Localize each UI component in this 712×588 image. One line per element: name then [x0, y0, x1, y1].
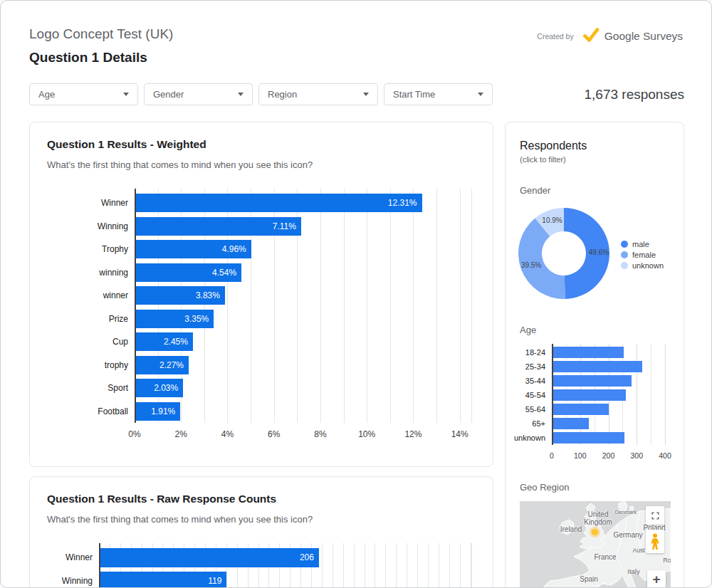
fullscreen-icon — [651, 511, 660, 520]
bar-trophy: 2.27% — [136, 356, 189, 374]
bar-55-64[interactable] — [553, 404, 609, 415]
map-pegman-button[interactable] — [646, 530, 664, 553]
gridline — [665, 344, 666, 445]
filter-bar: AgeGenderRegionStart Time 1,673 response… — [29, 83, 684, 105]
filter-dropdowns: AgeGenderRegionStart Time — [29, 83, 498, 105]
legend-item-male[interactable]: male — [621, 238, 664, 249]
bar-value-label: 7.11% — [273, 217, 296, 236]
x-axis-tick: 0% — [128, 429, 140, 439]
filter-label: Age — [38, 89, 55, 100]
x-axis-tick: 8% — [314, 429, 326, 439]
geo-region-map[interactable]: United KingdomIrelandDenmarkGermanyPolan… — [520, 501, 671, 588]
bar-65+[interactable] — [553, 418, 589, 429]
gender-section-label: Gender — [520, 185, 669, 196]
created-by-label: Created by — [537, 32, 573, 41]
map-label-spain: Spain — [580, 575, 598, 583]
donut-slice-value: 49.6% — [589, 248, 609, 256]
x-axis-tick: 0 — [550, 451, 554, 460]
bar-value-label: 4.54% — [212, 263, 236, 282]
respondents-panel: Respondents (click to filter) Gender 49.… — [505, 122, 684, 588]
legend-dot — [621, 241, 628, 248]
filter-dropdown-start-time[interactable]: Start Time — [384, 83, 493, 105]
legend-item-female[interactable]: female — [621, 249, 664, 260]
google-surveys-check-icon — [582, 26, 600, 46]
gridline — [333, 543, 333, 588]
category-label: 25-34 — [514, 359, 545, 374]
bar-winner: 206 — [100, 548, 319, 567]
filter-dropdown-gender[interactable]: Gender — [144, 83, 253, 105]
gridline — [320, 189, 321, 423]
gridline — [354, 543, 355, 588]
brand-name: Google Surveys — [604, 30, 683, 43]
weighted-chart-title: Question 1 Results - Weighted — [47, 138, 476, 151]
map-label-ireland: Ireland — [560, 525, 582, 533]
gridline — [407, 543, 407, 588]
bar-value-label: 206 — [300, 548, 314, 567]
weighted-results-card: Question 1 Results - Weighted What's the… — [29, 122, 493, 467]
bar-45-54[interactable] — [553, 389, 626, 401]
map-label-united-kingdom: United Kingdom — [577, 510, 619, 526]
brand-area: Created by Google Surveys — [537, 26, 683, 46]
gridline — [460, 543, 461, 588]
bar-sport: 2.03% — [136, 379, 183, 397]
bar-18-24[interactable] — [553, 347, 624, 358]
bar-35-44[interactable] — [553, 375, 632, 387]
bar-value-label: 12.31% — [388, 194, 417, 212]
gridline — [460, 189, 461, 423]
filter-label: Gender — [153, 89, 184, 100]
chevron-down-icon — [478, 93, 483, 96]
category-label: Sport — [30, 377, 128, 400]
legend-label: male — [632, 240, 649, 248]
legend-label: unknown — [632, 261, 664, 270]
gridline — [390, 189, 391, 423]
bar-unknown[interactable] — [553, 432, 624, 443]
gridline — [651, 344, 651, 445]
weighted-chart-question: What's the first thing that comes to min… — [47, 159, 476, 170]
gridline — [413, 189, 414, 423]
gridline — [375, 543, 375, 588]
bar-prize: 3.35% — [136, 310, 214, 328]
filter-dropdown-region[interactable]: Region — [258, 83, 378, 105]
gridline — [428, 543, 429, 588]
legend-item-unknown[interactable]: unknown — [621, 260, 664, 271]
x-axis-tick: 2% — [175, 429, 187, 439]
bar-value-label: 4.96% — [222, 240, 246, 258]
category-label: Winner — [30, 546, 93, 569]
filter-dropdown-age[interactable]: Age — [29, 83, 138, 105]
gridline — [343, 543, 344, 588]
map-label-ro: Ro — [663, 557, 671, 565]
gridline — [322, 543, 323, 588]
map-label-germany: Germany — [613, 531, 642, 539]
gridline — [344, 189, 345, 423]
page-title: Question 1 Details — [29, 50, 147, 65]
gridline — [367, 189, 367, 423]
weighted-bar-chart: Winner12.31%Winning7.11%Trophy4.96%winni… — [30, 189, 493, 445]
bar-value-label: 3.83% — [196, 286, 220, 305]
map-label-france: France — [594, 553, 616, 561]
category-label: 55-64 — [514, 402, 545, 416]
legend-dot — [621, 262, 628, 269]
bar-winner: 3.83% — [136, 286, 225, 305]
chevron-down-icon — [123, 93, 129, 96]
respondents-subtitle: (click to filter) — [520, 155, 669, 164]
gridline — [449, 543, 450, 588]
chevron-down-icon — [363, 93, 369, 96]
bar-value-label: 3.35% — [184, 310, 209, 328]
gridline — [439, 543, 439, 588]
gridline — [637, 344, 637, 445]
map-fullscreen-button[interactable] — [646, 506, 664, 525]
age-bar-chart: 18-2425-3435-4445-5455-6465+unknown01002… — [514, 344, 679, 463]
responses-count: 1,673 responses — [585, 87, 685, 103]
filter-label: Region — [268, 89, 297, 100]
category-label: Cup — [30, 330, 128, 354]
bar-trophy: 4.96% — [136, 240, 251, 258]
raw-bar-chart: Winner206Winning119 — [30, 543, 493, 588]
bar-value-label: 1.91% — [151, 402, 175, 421]
legend-dot — [621, 251, 628, 258]
map-zoom-in-button[interactable]: + — [647, 570, 666, 588]
x-axis-tick: 200 — [602, 451, 615, 460]
bar-25-34[interactable] — [553, 361, 642, 372]
gridline — [417, 543, 418, 588]
bar-value-label: 2.45% — [164, 332, 188, 351]
category-label: 18-24 — [514, 345, 545, 359]
